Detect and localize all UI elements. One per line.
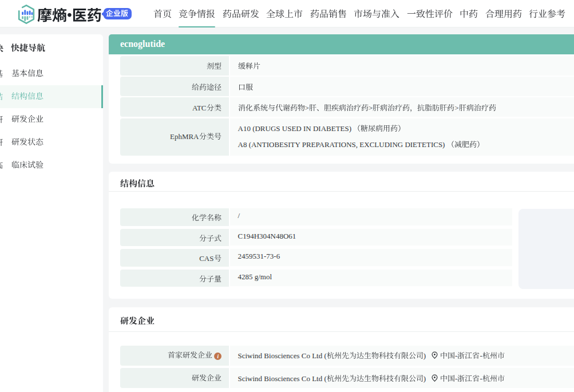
svg-text:i: i (217, 353, 219, 359)
